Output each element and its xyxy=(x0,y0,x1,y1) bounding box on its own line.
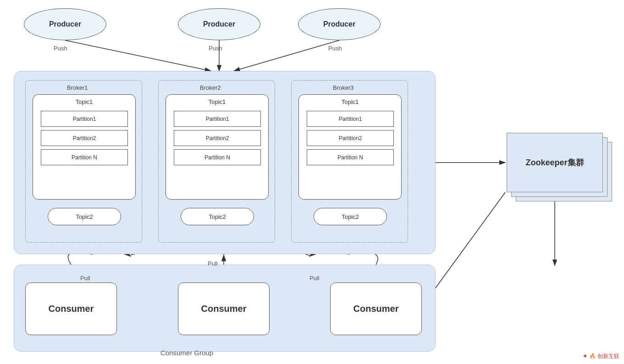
consumer-2-label: Consumer xyxy=(201,304,247,314)
broker2-partitionN: Partition N xyxy=(174,149,261,165)
broker1-box: Broker1 Topic1 Partition1 Partition2 Par… xyxy=(25,80,142,243)
broker1-partition1: Partition1 xyxy=(41,111,128,127)
broker3-partition2: Partition2 xyxy=(307,130,394,146)
broker2-partition1: Partition1 xyxy=(174,111,261,127)
producer-1: Producer xyxy=(24,8,106,40)
broker2-label: Broker2 xyxy=(200,84,221,91)
broker2-topic2: Topic2 xyxy=(181,208,254,225)
broker1-topic1-label: Topic1 xyxy=(76,98,93,105)
broker2-partition1-label: Partition1 xyxy=(206,116,229,122)
zookeeper-label: Zookeeper集群 xyxy=(525,157,584,168)
push-arrow-1 xyxy=(65,40,211,71)
broker1-partition2-label: Partition2 xyxy=(73,135,96,141)
consumer-3-label: Consumer xyxy=(353,304,399,314)
broker2-box: Broker2 Topic1 Partition1 Partition2 Par… xyxy=(158,80,275,243)
broker1-partitionN-label: Partition N xyxy=(72,154,97,161)
producer-2-label: Producer xyxy=(203,20,235,28)
pull-label-2: Pull xyxy=(208,260,218,267)
producer-3-label: Producer xyxy=(323,20,355,28)
broker2-topic2-label: Topic2 xyxy=(209,213,226,220)
broker1-topic2-label: Topic2 xyxy=(76,213,93,220)
broker3-box: Broker3 Topic1 Partition1 Partition2 Par… xyxy=(291,80,408,243)
broker3-topic1-box: Topic1 Partition1 Partition2 Partition N xyxy=(298,94,402,200)
push-arrow-3 xyxy=(234,40,339,71)
broker3-partitionN: Partition N xyxy=(307,149,394,165)
push-label-1: Push xyxy=(54,45,67,52)
consumer-2: Consumer xyxy=(178,283,270,335)
broker3-partition2-label: Partition2 xyxy=(339,135,362,141)
broker3-topic2-label: Topic2 xyxy=(342,213,359,220)
push-label-3: Push xyxy=(328,45,342,52)
broker2-topic1-box: Topic1 Partition1 Partition2 Partition N xyxy=(166,94,269,200)
broker1-topic2: Topic2 xyxy=(48,208,121,225)
pull-label-1: Pull xyxy=(80,275,90,282)
broker3-partition1-label: Partition1 xyxy=(339,116,362,122)
pull-label-3: Pull xyxy=(309,275,320,282)
broker1-label: Broker1 xyxy=(67,84,88,91)
broker2-partitionN-label: Partition N xyxy=(204,154,230,161)
producer-1-label: Producer xyxy=(49,20,81,28)
consumer-3: Consumer xyxy=(330,283,422,335)
broker3-topic2: Topic2 xyxy=(314,208,387,225)
broker2-topic1-label: Topic1 xyxy=(209,98,226,105)
broker1-partition1-label: Partition1 xyxy=(73,116,96,122)
broker3-topic1-label: Topic1 xyxy=(342,98,359,105)
broker2-partition2-label: Partition2 xyxy=(206,135,229,141)
consumer-group-label: Consumer Group xyxy=(160,349,213,357)
broker3-partition1: Partition1 xyxy=(307,111,394,127)
push-label-2: Push xyxy=(209,45,222,52)
watermark: ✦ 🔥 创新互联 xyxy=(583,353,619,360)
broker1-topic1-box: Topic1 Partition1 Partition2 Partition N xyxy=(33,94,136,200)
broker2-partition2: Partition2 xyxy=(174,130,261,146)
consumer-1: Consumer xyxy=(25,283,117,335)
broker1-partitionN: Partition N xyxy=(41,149,128,165)
broker1-partition2: Partition2 xyxy=(41,130,128,146)
producer-2: Producer xyxy=(178,8,260,40)
zookeeper-box: Zookeeper集群 xyxy=(507,133,603,192)
watermark-text: 🔥 创新互联 xyxy=(589,353,619,359)
producer-3: Producer xyxy=(298,8,381,40)
broker3-label: Broker3 xyxy=(333,84,354,91)
broker3-partitionN-label: Partition N xyxy=(337,154,363,161)
consumer-1-label: Consumer xyxy=(49,304,94,314)
